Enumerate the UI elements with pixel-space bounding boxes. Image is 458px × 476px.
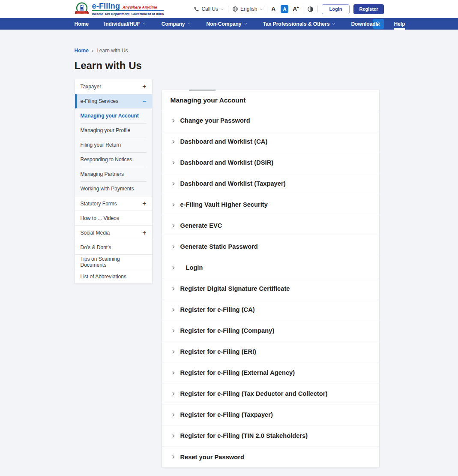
chevron-right-icon (171, 370, 176, 376)
chevron-down-icon (332, 22, 335, 26)
expand-toggle-icon: − (142, 98, 146, 105)
chevron-right-icon (171, 286, 176, 292)
contrast-icon (307, 6, 314, 12)
accordion-row[interactable]: Generate EVC (162, 215, 379, 236)
sidebar-item[interactable]: Do's & Dont's (75, 240, 152, 254)
card-top-notch (189, 90, 216, 90)
efiling-logo[interactable]: e-Filing Anywhere Anytime Income Tax Dep… (75, 2, 164, 16)
chevron-down-icon (244, 22, 248, 26)
chevron-down-icon (220, 7, 224, 11)
nav-item[interactable]: Company (162, 18, 191, 30)
divider (317, 6, 318, 12)
chevron-right-icon (171, 181, 176, 187)
chevron-right-icon (171, 202, 176, 208)
chevron-right-icon (171, 454, 176, 460)
national-emblem-icon (75, 2, 89, 16)
font-decrease-button[interactable]: A- (271, 6, 276, 12)
chevron-right-icon (171, 328, 176, 334)
top-header: e-Filing Anywhere Anytime Income Tax Dep… (0, 0, 458, 18)
accordion-row[interactable]: e-Filing Vault Higher Security (162, 194, 379, 215)
breadcrumb-current: Learn with Us (96, 48, 128, 54)
chevron-down-icon (187, 22, 191, 26)
accordion-row[interactable]: Register for e-Filing (External Agency) (162, 362, 379, 383)
accordion-row[interactable]: Register for e-Filing (ERI) (162, 341, 379, 362)
sidebar-item[interactable]: How to ... Videos (75, 211, 152, 225)
accordion-row[interactable]: Dashboard and Worklist (Taxpayer) (162, 173, 379, 194)
accordion-row[interactable]: Register for e-Filing (Taxpayer) (162, 404, 379, 425)
font-normal-button[interactable]: A (281, 5, 288, 13)
nav-item[interactable]: Home (75, 18, 89, 30)
chevron-right-icon (171, 307, 176, 313)
breadcrumb-separator-icon: › (92, 48, 93, 53)
chevron-right-icon (171, 223, 176, 229)
globe-icon (232, 6, 238, 12)
chevron-right-icon (171, 244, 176, 250)
divider (267, 6, 267, 12)
chevron-down-icon (142, 22, 146, 26)
breadcrumb-home-link[interactable]: Home (75, 48, 89, 54)
chevron-right-icon (171, 139, 176, 145)
divider (303, 6, 303, 12)
font-increase-button[interactable]: A+ (293, 6, 299, 12)
accordion-row[interactable]: Dashboard and Worklist (CA) (162, 131, 379, 152)
nav-item[interactable]: Help (394, 18, 405, 30)
language-label: English (240, 6, 257, 12)
chevron-right-icon (171, 265, 176, 271)
expand-toggle-icon: + (142, 83, 146, 90)
nav-item[interactable]: Individual/HUF (104, 18, 146, 30)
accordion-row[interactable]: Reset your Password (162, 446, 379, 467)
phone-icon (194, 6, 199, 12)
accordion-row[interactable]: Login (162, 257, 379, 278)
accordion-row[interactable]: Register for e-Filing (TIN 2.0 Stakehold… (162, 425, 379, 446)
nav-item[interactable]: Downloads (351, 18, 378, 30)
accordion-row[interactable]: Register for e-Filing (Tax Deductor and … (162, 383, 379, 404)
sidebar-item[interactable]: Managing your Profile (75, 123, 152, 138)
contrast-toggle[interactable] (307, 6, 314, 12)
accordion-row[interactable]: Register for e-Filing (Company) (162, 320, 379, 341)
accordion-row[interactable]: Generate Static Password (162, 236, 379, 257)
panel-title: Managing your Account (162, 90, 379, 110)
sidebar-item[interactable]: Tips on Scanning Documents (75, 254, 152, 269)
accordion-row[interactable]: Register Digital Signature Certificate (162, 278, 379, 299)
sidebar: Taxpayer + e-Filing Services − Managing … (75, 79, 153, 284)
chevron-right-icon (171, 391, 176, 397)
logo-title: e-Filing (92, 2, 120, 10)
divider (228, 6, 228, 12)
sidebar-item[interactable]: Working with Payments (75, 181, 152, 196)
page-content: Home › Learn with Us Learn with Us Taxpa… (75, 48, 384, 468)
nav-item[interactable]: Tax Professionals & Others (263, 18, 336, 30)
logo-underline (92, 10, 164, 12)
breadcrumb: Home › Learn with Us (75, 48, 384, 54)
sidebar-item[interactable]: Social Media + (75, 225, 152, 240)
logo-subtitle: Income Tax Department, Government of Ind… (92, 12, 164, 16)
sidebar-item[interactable]: Filing your Return (75, 138, 152, 152)
call-us-label: Call Us (201, 6, 218, 12)
logo-tagline: Anywhere Anytime (123, 5, 157, 9)
sidebar-item[interactable]: e-Filing Services − (75, 94, 152, 108)
page-title: Learn with Us (75, 60, 384, 72)
nav-item[interactable]: Non-Company (207, 18, 248, 30)
expand-toggle-icon: + (142, 229, 146, 236)
expand-toggle-icon: + (142, 200, 146, 207)
login-button[interactable]: Login (322, 4, 350, 14)
sidebar-item[interactable]: Responding to Notices (75, 152, 152, 167)
accordion-row[interactable]: Register for e-Filing (CA) (162, 299, 379, 320)
sidebar-item[interactable]: Statutory Forms + (75, 196, 152, 211)
sidebar-item[interactable]: Managing Partners (75, 167, 152, 181)
accordion-row[interactable]: Change your Password (162, 110, 379, 131)
register-button[interactable]: Register (353, 4, 383, 14)
sidebar-item[interactable]: Taxpayer + (75, 79, 152, 94)
chevron-right-icon (171, 433, 176, 439)
chevron-right-icon (171, 160, 176, 166)
header-controls: Call Us English A- A A+ Login Register (194, 4, 383, 14)
content-panel: Managing your Account Change your Passwo… (162, 90, 380, 468)
font-size-controls: A- A A+ (271, 5, 299, 13)
chevron-down-icon (259, 7, 263, 11)
call-us-menu[interactable]: Call Us (194, 6, 224, 12)
language-menu[interactable]: English (232, 6, 263, 12)
sidebar-item[interactable]: Managing your Account (75, 108, 152, 123)
sidebar-item[interactable]: List of Abbreviations (75, 269, 152, 283)
accordion-row[interactable]: Dashboard and Worklist (DSIR) (162, 152, 379, 173)
main-navbar: Home Individual/HUF Company Non-Company … (0, 18, 458, 30)
accordion-list: Change your Password Dashboard and Workl… (162, 110, 379, 467)
